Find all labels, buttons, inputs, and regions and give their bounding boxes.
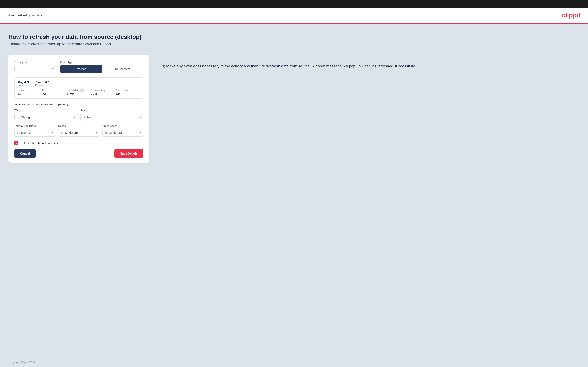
card: Starting Hole 1 ▾ Game Type Practice Tou… xyxy=(9,55,149,163)
starting-hole-label: Starting Hole xyxy=(14,61,56,64)
cancel-button[interactable]: Cancel xyxy=(14,149,36,158)
side-text-paragraph: 3) Make any extra edits necessary to the… xyxy=(162,63,579,69)
conditions-row: Fairway Conditions ⊙ Normal ▾ Rough ⊙ Mo… xyxy=(14,125,143,137)
wind-group: Wind ≋ Strong ▾ xyxy=(14,109,77,121)
wind-arrow-icon: ▾ xyxy=(74,116,75,119)
footer: Copyright Clippd 2022 xyxy=(0,357,588,367)
button-row: Cancel Save Details xyxy=(14,149,143,158)
wind-label: Wind xyxy=(14,109,77,112)
game-type-group: Game Type Practice Tournament xyxy=(60,61,143,73)
stat-yards-value: 6,744 xyxy=(67,92,91,96)
game-type-buttons: Practice Tournament xyxy=(60,65,143,73)
stat-par-value: 72 xyxy=(42,92,67,96)
wind-value: Strong xyxy=(21,116,30,119)
header-title: How to refresh your data xyxy=(8,13,42,17)
content-row: Starting Hole 1 ▾ Game Type Practice Tou… xyxy=(9,55,579,163)
rough-icon: ⊙ xyxy=(61,131,63,134)
stat-course-rating-value: 72.5 xyxy=(91,92,115,96)
stat-holes-label: Holes xyxy=(18,89,42,92)
logo: clippd xyxy=(562,11,580,19)
refresh-checkbox[interactable] xyxy=(14,141,18,145)
fairway-value: Normal xyxy=(21,131,31,134)
rain-select[interactable]: ✦ None ▾ xyxy=(80,113,143,121)
rough-arrow-icon: ▾ xyxy=(96,131,97,134)
green-speed-value: Moderate xyxy=(109,131,122,134)
weather-section: Weather and course conditions (optional)… xyxy=(14,103,143,137)
stat-yards-label: Yards/White (M)) xyxy=(67,89,91,92)
side-text: 3) Make any extra edits necessary to the… xyxy=(162,55,579,69)
fairway-label: Fairway Conditions xyxy=(14,125,55,127)
save-button[interactable]: Save Details xyxy=(114,149,144,158)
wind-icon: ≋ xyxy=(17,116,19,119)
starting-hole-arrow-icon: ▾ xyxy=(52,67,54,70)
weather-section-title: Weather and course conditions (optional) xyxy=(14,103,143,106)
page-subheading: Ensure the correct and most up to date d… xyxy=(9,42,579,46)
fairway-select[interactable]: ⊙ Normal ▾ xyxy=(14,129,55,137)
course-stats: Holes 18 Par 72 Yards/White (M)) 6,744 C… xyxy=(18,89,140,96)
main-content: How to refresh your data from source (de… xyxy=(0,24,588,357)
rough-label: Rough xyxy=(58,125,99,127)
wind-rain-row: Wind ≋ Strong ▾ Rain ✦ None ▾ xyxy=(14,109,143,121)
green-speed-arrow-icon: ▾ xyxy=(140,131,141,134)
fairway-group: Fairway Conditions ⊙ Normal ▾ xyxy=(14,125,55,137)
stat-course-rating: Course rating 72.5 xyxy=(91,89,115,96)
green-speed-group: Green Speed ◎ Moderate ▾ xyxy=(102,125,143,137)
stat-slope-rating-label: Slope rating xyxy=(115,89,140,92)
green-speed-select[interactable]: ◎ Moderate ▾ xyxy=(102,129,143,137)
stat-holes-value: 18 xyxy=(18,92,42,96)
course-location: Westward Ho!, England xyxy=(18,84,140,87)
header: How to refresh your data clippd xyxy=(0,8,588,24)
stat-yards: Yards/White (M)) 6,744 xyxy=(67,89,91,96)
rough-select[interactable]: ⊙ Moderate ▾ xyxy=(58,129,99,137)
practice-button[interactable]: Practice xyxy=(60,65,102,73)
stat-slope-rating: Slope rating 134 xyxy=(115,89,140,96)
starting-hole-value: 1 xyxy=(17,67,19,71)
green-speed-icon: ◎ xyxy=(105,131,108,134)
green-speed-label: Green Speed xyxy=(102,125,143,127)
game-type-label: Game Type xyxy=(60,61,143,64)
fairway-arrow-icon: ▾ xyxy=(52,131,53,134)
stat-slope-rating-value: 134 xyxy=(115,92,140,96)
course-table: Royal North Devon GC, Westward Ho!, Engl… xyxy=(14,77,143,99)
fairway-icon: ⊙ xyxy=(17,131,19,134)
rain-label: Rain xyxy=(80,109,143,112)
starting-hole-select[interactable]: 1 ▾ xyxy=(14,65,56,73)
stat-course-rating-label: Course rating xyxy=(91,89,115,92)
rough-value: Moderate xyxy=(65,131,78,134)
top-bar xyxy=(0,0,588,8)
footer-copyright: Copyright Clippd 2022 xyxy=(9,360,35,364)
refresh-checkbox-row: Refresh shots from data source xyxy=(14,141,143,145)
course-name: Royal North Devon GC, xyxy=(18,81,140,84)
stat-holes: Holes 18 xyxy=(18,89,42,96)
refresh-checkbox-label: Refresh shots from data source xyxy=(21,142,59,145)
stat-par: Par 72 xyxy=(42,89,67,96)
rain-value: None xyxy=(87,116,94,119)
wind-select[interactable]: ≋ Strong ▾ xyxy=(14,113,77,121)
form-row-top: Starting Hole 1 ▾ Game Type Practice Tou… xyxy=(14,61,143,73)
rain-icon: ✦ xyxy=(83,116,86,119)
rain-group: Rain ✦ None ▾ xyxy=(80,109,143,121)
tournament-button[interactable]: Tournament xyxy=(102,65,143,73)
starting-hole-group: Starting Hole 1 ▾ xyxy=(14,61,56,73)
rough-group: Rough ⊙ Moderate ▾ xyxy=(58,125,99,137)
checkmark-icon xyxy=(15,142,18,144)
rain-arrow-icon: ▾ xyxy=(140,116,141,119)
page-heading: How to refresh your data from source (de… xyxy=(9,33,579,40)
stat-par-label: Par xyxy=(42,89,67,92)
